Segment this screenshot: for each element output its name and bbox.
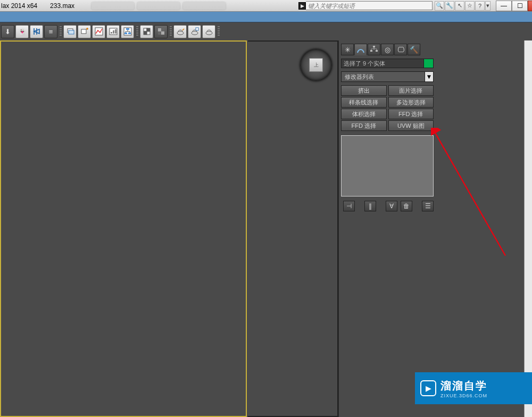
toolbar-separator: [135, 25, 139, 38]
watermark-url: ZIXUE.3D66.COM: [440, 393, 487, 398]
watermark-play-icon: ▶: [420, 380, 436, 396]
wrench-icon[interactable]: 🔧: [445, 1, 454, 11]
workspace: 上 ✳ ◎ 🖵 🔨 选择了 9 个实体 修改器列表 ▼ 挤出: [0, 40, 532, 417]
svg-rect-18: [158, 31, 161, 35]
tool-layers-icon[interactable]: [63, 25, 77, 38]
tool-timeline-icon[interactable]: [106, 25, 120, 38]
tab-motion-icon[interactable]: ◎: [381, 44, 394, 55]
preset-uvw-map[interactable]: UVW 贴图: [388, 120, 434, 131]
viewports: 上: [0, 40, 338, 417]
tool-mirror-icon[interactable]: [30, 25, 43, 38]
command-panel-tabs: ✳ ◎ 🖵 🔨: [341, 44, 434, 55]
svg-rect-22: [196, 28, 198, 30]
dropdown-arrow-icon[interactable]: ▼: [425, 71, 434, 82]
tool-render-frame-icon[interactable]: [188, 25, 201, 38]
make-unique-icon[interactable]: ∀: [386, 201, 397, 211]
recent-tab[interactable]: [137, 2, 180, 10]
title-bar: lax 2014 x64 233.max ▶ 🔍 🔧 ↖ ☆ ? ▾ — ☐ ✕: [0, 0, 532, 12]
view-cube[interactable]: 上: [300, 49, 332, 81]
tab-modify-icon[interactable]: [354, 44, 367, 55]
viewport-active[interactable]: [0, 40, 247, 417]
app-title: lax 2014 x64: [1, 2, 37, 10]
preset-poly-select[interactable]: 多边形选择: [388, 97, 434, 108]
tool-align-icon[interactable]: ≡: [44, 25, 57, 38]
pin-stack-icon[interactable]: ⊣: [343, 201, 355, 211]
maximize-button[interactable]: ☐: [512, 1, 528, 11]
minimize-button[interactable]: —: [496, 1, 512, 11]
menu-bar[interactable]: [0, 12, 532, 22]
modifier-stack[interactable]: [341, 135, 434, 197]
preset-ffd-select-2[interactable]: FFD 选择: [341, 120, 387, 131]
tab-display-icon[interactable]: 🖵: [394, 44, 407, 55]
configure-sets-icon[interactable]: ☰: [422, 201, 434, 211]
tool-material-slate-icon[interactable]: [154, 25, 168, 38]
file-name: 233.max: [50, 2, 74, 10]
tool-layer-new-icon[interactable]: [78, 25, 91, 38]
watermark: ▶ 溜溜自学 ZIXUE.3D66.COM: [415, 372, 532, 404]
svg-rect-11: [128, 32, 131, 34]
selection-name[interactable]: 选择了 9 个实体: [341, 59, 424, 68]
watermark-title: 溜溜自学: [440, 379, 487, 393]
remove-modifier-icon[interactable]: 🗑: [401, 201, 412, 211]
binoculars-icon[interactable]: 🔍: [435, 1, 444, 11]
toolbar-separator: [169, 25, 172, 38]
preset-patch-select[interactable]: 面片选择: [388, 85, 434, 96]
right-gutter: [436, 40, 532, 417]
svg-rect-5: [111, 32, 112, 34]
preset-ffd-select-1[interactable]: FFD 选择: [388, 109, 434, 119]
help-icon[interactable]: ?: [475, 1, 485, 11]
tool-ghost-icon[interactable]: 👻: [15, 25, 29, 38]
modifier-list-dropdown[interactable]: 修改器列表: [341, 71, 425, 82]
svg-rect-1: [69, 30, 74, 34]
tab-utilities-icon[interactable]: 🔨: [408, 44, 420, 55]
tool-material-editor-icon[interactable]: [140, 25, 153, 38]
recent-tab[interactable]: [92, 2, 134, 10]
search-input[interactable]: [306, 1, 433, 10]
preset-spline-select[interactable]: 样条线选择: [341, 97, 387, 108]
toolbar-separator: [217, 25, 220, 38]
preset-extrude[interactable]: 挤出: [341, 85, 387, 96]
viewport-right[interactable]: 上: [248, 40, 338, 417]
svg-rect-2: [81, 29, 86, 34]
svg-rect-7: [115, 29, 117, 34]
tab-hierarchy-icon[interactable]: [368, 44, 380, 55]
tool-render-icon[interactable]: [202, 25, 215, 38]
svg-rect-25: [370, 50, 372, 52]
svg-rect-9: [126, 28, 129, 30]
window-scrollbar[interactable]: [524, 40, 532, 417]
svg-rect-26: [376, 50, 378, 52]
pointer-icon[interactable]: ↖: [455, 1, 464, 11]
svg-rect-15: [147, 31, 150, 35]
svg-rect-14: [144, 31, 147, 35]
svg-rect-16: [158, 28, 161, 31]
close-button[interactable]: ✕: [528, 1, 532, 11]
svg-rect-12: [144, 28, 147, 31]
view-cube-face[interactable]: 上: [309, 58, 323, 72]
toolbar-separator: [59, 25, 62, 38]
info-play-icon[interactable]: ▶: [298, 2, 306, 10]
svg-rect-13: [147, 28, 150, 31]
show-end-result-icon[interactable]: ‖: [364, 201, 376, 211]
dropdown-icon[interactable]: ▾: [485, 1, 491, 11]
tool-render-setup-icon[interactable]: [173, 25, 187, 38]
command-panel: ✳ ◎ 🖵 🔨 选择了 9 个实体 修改器列表 ▼ 挤出 面片选择 样条线选择 …: [338, 40, 436, 417]
tool-arrow-down-icon[interactable]: ⬇: [1, 25, 14, 38]
svg-rect-10: [124, 32, 127, 34]
main-toolbar: ⬇ 👻 ≡: [0, 22, 532, 40]
recent-tab[interactable]: [183, 2, 226, 10]
modifier-stack-toolbar: ⊣ ‖ ∀ 🗑 ☰: [343, 201, 434, 211]
svg-rect-6: [113, 30, 114, 34]
preset-volume-select[interactable]: 体积选择: [341, 109, 387, 119]
color-swatch[interactable]: [424, 59, 434, 68]
svg-rect-24: [373, 46, 375, 47]
star-icon[interactable]: ☆: [465, 1, 475, 11]
tab-create-icon[interactable]: ✳: [341, 44, 354, 55]
tool-schematic-icon[interactable]: [121, 25, 134, 38]
svg-rect-19: [161, 31, 164, 35]
svg-rect-17: [161, 28, 164, 31]
tool-graph-icon[interactable]: [92, 25, 105, 38]
modifier-presets: 挤出 面片选择 样条线选择 多边形选择 体积选择 FFD 选择 FFD 选择 U…: [341, 85, 434, 131]
